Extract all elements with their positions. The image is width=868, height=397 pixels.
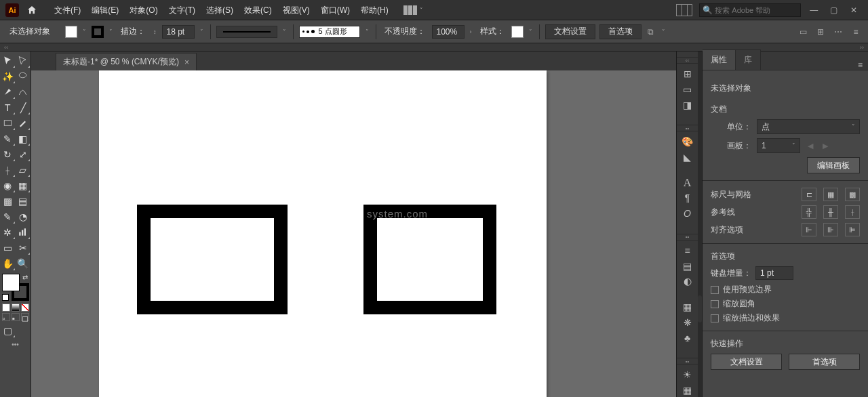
menu-type[interactable]: 文字(T) (163, 0, 201, 20)
hand-tool[interactable]: ✋ (0, 255, 16, 271)
key-increment-input[interactable] (755, 266, 793, 280)
slice-tool[interactable]: ✂ (16, 240, 31, 255)
draw-behind-icon[interactable]: ▪ (12, 313, 20, 321)
chevron-down-icon[interactable]: ˅ (81, 28, 87, 35)
graphic-styles-panel-icon[interactable]: ❋ (679, 316, 696, 329)
scale-corners-checkbox[interactable]: 缩放圆角 (711, 298, 860, 310)
paintbrush-tool[interactable] (16, 115, 31, 131)
guides-visibility-icon[interactable]: ╬ (802, 205, 816, 219)
eyedropper-tool[interactable]: ✎ (0, 209, 16, 224)
width-tool[interactable]: ⟊ (0, 162, 16, 177)
chevron-down-icon[interactable]: ˅ (199, 28, 205, 35)
scroll-thumb[interactable] (698, 295, 702, 322)
symbol-sprayer-tool[interactable]: ✲ (0, 224, 16, 240)
magic-wand-tool[interactable]: ✨ (0, 68, 16, 84)
screen-mode-icon[interactable]: ▢ (0, 322, 16, 338)
lasso-tool[interactable] (16, 68, 31, 84)
panel-menu-icon[interactable]: ≡ (850, 26, 861, 37)
menu-select[interactable]: 选择(S) (201, 0, 239, 20)
fill-color[interactable] (2, 274, 20, 291)
chevron-down-icon[interactable]: ˅ (364, 28, 370, 35)
qa-preferences-button[interactable]: 首选项 (789, 354, 860, 370)
pen-tool[interactable] (0, 84, 16, 100)
dock-divider[interactable] (698, 51, 702, 397)
perspective-tool[interactable]: ▦ (16, 177, 31, 193)
color-panel-icon[interactable]: 🎨 (679, 135, 696, 148)
units-select[interactable]: 点˅ (757, 119, 860, 134)
close-tab-icon[interactable]: × (184, 58, 189, 67)
snap-point-icon[interactable]: ⊪ (823, 223, 838, 236)
line-tool[interactable]: ╱ (16, 100, 31, 115)
swap-fill-stroke-icon[interactable]: ⇄ (22, 274, 28, 281)
collapse-left-icon[interactable]: ‹‹ (4, 44, 8, 51)
transform-icon[interactable]: ⊞ (815, 26, 826, 37)
rectangle-shape[interactable] (137, 205, 288, 314)
style-swatch[interactable] (511, 26, 524, 38)
draw-inside-icon[interactable]: ◻ (21, 313, 29, 321)
transform-panel-icon[interactable]: ◨ (679, 98, 696, 112)
chevron-down-icon[interactable]: ˅ (660, 28, 667, 35)
column-graph-tool[interactable] (16, 224, 31, 240)
link-icon[interactable]: ↕ (152, 28, 158, 35)
chevron-right-icon[interactable]: › (469, 28, 473, 35)
brush-definition[interactable]: 5 点圆形 (299, 26, 360, 38)
swatches-panel-icon[interactable]: ▦ (679, 383, 696, 397)
menu-effect[interactable]: 效果(C) (239, 0, 277, 20)
chevron-down-icon[interactable]: ˅ (108, 28, 114, 35)
home-icon[interactable] (24, 3, 39, 18)
document-setup-button[interactable]: 文档设置 (545, 24, 595, 39)
zoom-tool[interactable]: 🔍 (16, 255, 31, 271)
align-icon[interactable]: ▭ (797, 26, 808, 37)
opacity-input[interactable]: 100% (432, 25, 465, 39)
guides-lock-icon[interactable]: ╫ (823, 205, 838, 219)
artboard-tool[interactable]: ▭ (0, 240, 16, 255)
use-preview-bounds-checkbox[interactable]: 使用预览边界 (711, 284, 860, 295)
menu-file[interactable]: 文件(F) (49, 0, 86, 20)
menu-window[interactable]: 窗口(W) (315, 0, 355, 20)
tab-library[interactable]: 库 (736, 49, 761, 70)
chevron-down-icon[interactable]: ˅ (281, 28, 288, 35)
rectangle-shape[interactable] (363, 205, 496, 314)
scale-strokes-checkbox[interactable]: 缩放描边和效果 (711, 312, 860, 324)
edit-toolbar-icon[interactable] (16, 322, 31, 338)
transparency-grid-icon[interactable]: ▩ (845, 188, 860, 201)
free-transform-tool[interactable]: ▱ (16, 162, 31, 177)
smart-guides-icon[interactable]: ⟊ (845, 205, 860, 219)
tab-properties[interactable]: 属性 (703, 49, 736, 70)
edit-artboards-button[interactable]: 编辑画板 (807, 157, 860, 173)
eraser-tool[interactable]: ◧ (16, 131, 31, 146)
menu-view[interactable]: 视图(V) (277, 0, 315, 20)
character-panel-icon[interactable]: A (679, 176, 696, 190)
dock-collapse-icon[interactable]: ‹‹ (677, 57, 698, 64)
fill-stroke-control[interactable]: ⇄ (2, 274, 29, 301)
color-mode-icon[interactable] (2, 304, 10, 312)
color-guide-panel-icon[interactable]: ◣ (679, 150, 696, 164)
menu-help[interactable]: 帮助(H) (355, 0, 394, 20)
next-artboard-icon[interactable]: ▶ (821, 142, 830, 150)
gradient-tool[interactable]: ▤ (16, 193, 31, 209)
snap-grid-icon[interactable]: ⊫ (845, 223, 860, 236)
ruler-icon[interactable]: ⊏ (802, 188, 816, 201)
blend-tool[interactable]: ◔ (16, 209, 31, 224)
close-button[interactable]: ✕ (845, 5, 863, 15)
chevron-down-icon[interactable]: ˅ (528, 28, 534, 35)
fill-swatch[interactable] (65, 26, 77, 38)
isolate-icon[interactable]: ⧉ (646, 26, 656, 37)
options-icon[interactable]: ⋯ (833, 26, 844, 37)
transparency-panel-icon[interactable]: ◐ (679, 275, 696, 289)
type-tool[interactable]: T (0, 100, 16, 115)
gradient-panel-icon[interactable]: ▤ (679, 259, 696, 273)
rectangle-tool[interactable] (0, 115, 16, 131)
default-fill-stroke-icon[interactable] (2, 294, 9, 301)
canvas[interactable]: system.com (31, 70, 676, 397)
draw-normal-icon[interactable]: ▫ (2, 313, 10, 321)
rotate-tool[interactable]: ↻ (0, 146, 16, 162)
artboard-select[interactable]: 1˅ (757, 138, 800, 153)
edit-toolbar-button[interactable]: ••• (0, 341, 31, 348)
pathfinder-panel-icon[interactable]: ▭ (679, 83, 696, 96)
shaper-tool[interactable]: ✎ (0, 131, 16, 146)
shape-builder-tool[interactable]: ◉ (0, 177, 16, 193)
snap-pixel-icon[interactable]: ⊩ (802, 223, 816, 236)
stroke-weight-input[interactable]: 18 pt (162, 25, 195, 39)
preferences-button[interactable]: 首选项 (599, 24, 642, 39)
